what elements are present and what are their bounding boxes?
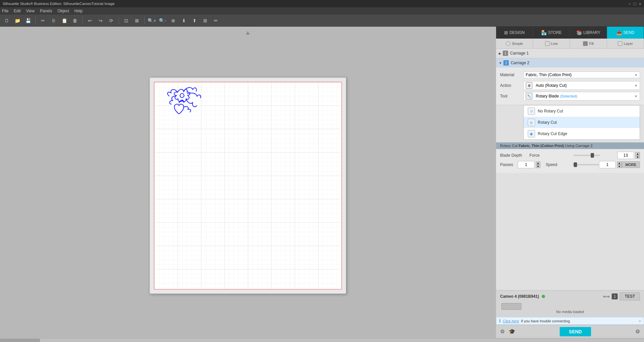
delete-button[interactable]: 🗑: [70, 16, 80, 25]
minimize-btn[interactable]: −: [628, 1, 631, 6]
speed-slider-thumb[interactable]: [574, 162, 577, 167]
zoom-in-button[interactable]: 🔍+: [147, 16, 157, 25]
subtab-layer[interactable]: Layer: [607, 39, 644, 48]
tab-store[interactable]: 🏪 STORE: [533, 27, 570, 39]
window-controls: − □ ×: [628, 1, 641, 6]
rotary-cut-edge-label: Rotary Cut Edge: [538, 131, 567, 136]
test-button[interactable]: TEST: [620, 292, 640, 300]
menu-help[interactable]: Help: [74, 9, 83, 13]
passes-input[interactable]: [518, 161, 534, 168]
carriage-1-expand-icon: ▶: [499, 52, 501, 55]
cut-button[interactable]: ✂: [38, 16, 48, 25]
material-row: Material Fabric, Thin (Cotton Print) ▼: [500, 70, 640, 80]
menu-bar: File Edit View Panels Object Help: [0, 7, 644, 15]
force-input[interactable]: [617, 152, 634, 159]
point-edit-button[interactable]: ✏: [211, 16, 221, 25]
action-label: Action: [500, 83, 523, 88]
material-value: Fabric, Thin (Cotton Print): [526, 73, 572, 77]
passes-down-btn[interactable]: ▼: [536, 165, 540, 168]
scroll-up-arrow[interactable]: ▲: [245, 29, 251, 36]
send-icon: 📤: [616, 30, 622, 35]
help-icon[interactable]: 🎓: [509, 328, 515, 335]
cutting-mat: [150, 78, 346, 294]
subtab-simple-label: Simple: [512, 42, 523, 46]
move-up-button[interactable]: ⬆: [190, 16, 199, 25]
canvas-area: ▲: [0, 27, 496, 338]
subtab-simple[interactable]: Simple: [496, 39, 533, 48]
tool-row: Tool 🔧 Rotary Blade (Detected) ▼: [500, 91, 640, 101]
tab-library[interactable]: 📚 LIBRARY: [570, 27, 607, 39]
info-link[interactable]: Click here: [503, 319, 519, 323]
force-slider-track[interactable]: [573, 155, 600, 156]
move-down-button[interactable]: ⬇: [179, 16, 189, 25]
carriage-indicator: 1: [612, 293, 618, 299]
no-media-label: No media loaded: [556, 310, 584, 314]
scrollbar-thumb[interactable]: [0, 339, 40, 342]
passes-label: Passes: [500, 162, 515, 167]
speed-input[interactable]: [599, 161, 616, 168]
tab-send[interactable]: 📤 SEND: [607, 27, 644, 39]
store-icon: 🏪: [541, 30, 547, 35]
sub-tabs: Simple Line Fill Layer: [496, 39, 644, 49]
select-all-button[interactable]: ⊡: [122, 16, 131, 25]
subtab-line[interactable]: Line: [533, 39, 570, 48]
toolbar-sep-3: [119, 17, 119, 24]
more-button[interactable]: MORE: [622, 161, 640, 168]
send-settings-icon[interactable]: ⚙: [500, 328, 505, 335]
menu-object[interactable]: Object: [58, 9, 69, 13]
subtab-fill[interactable]: Fill: [570, 39, 607, 48]
save-button[interactable]: 💾: [23, 16, 33, 25]
toolbar-sep-4: [144, 17, 145, 24]
menu-edit[interactable]: Edit: [14, 9, 21, 13]
menu-view[interactable]: View: [26, 9, 35, 13]
device-row: Cameo 4 (0881B941) ⟺ 1 TEST: [500, 292, 640, 300]
toolbar-sep-1: [35, 17, 36, 24]
dropdown-rotary-cut[interactable]: ◎ Rotary Cut: [524, 117, 640, 128]
force-slider-thumb[interactable]: [591, 153, 594, 158]
copy-button[interactable]: ⎘: [49, 16, 58, 25]
rotate-button[interactable]: ⟳: [107, 16, 116, 25]
deselect-button[interactable]: ⊠: [132, 16, 142, 25]
carriage-1-row[interactable]: ▶ 1 Carriage 1: [496, 49, 644, 58]
zoom-box-button[interactable]: ⊞: [201, 16, 210, 25]
passes-up-btn[interactable]: ▲: [536, 161, 540, 165]
grid-svg: [154, 82, 341, 289]
speed-down-btn[interactable]: ▼: [617, 165, 622, 168]
speed-label: Speed: [546, 162, 572, 167]
action-icons-group: ⚙ 🎓: [500, 328, 515, 335]
speed-up-btn[interactable]: ▲: [617, 161, 622, 165]
force-label: Force: [529, 153, 556, 158]
blade-depth-label: Blade Depth: [500, 153, 527, 158]
speed-slider-track[interactable]: [572, 164, 599, 165]
dropdown-no-rotary-cut[interactable]: ⊘ No Rotary Cut: [524, 105, 640, 117]
carriage-1-label: Carriage 1: [510, 51, 529, 56]
media-status: No media loaded: [500, 302, 640, 315]
force-up-btn[interactable]: ▲: [635, 152, 640, 155]
open-button[interactable]: 📁: [13, 16, 22, 25]
paste-button[interactable]: 📋: [60, 16, 69, 25]
send-button[interactable]: SEND: [560, 327, 591, 336]
action-bar: ⚙ 🎓 SEND ⚙: [496, 325, 644, 338]
maximize-btn[interactable]: □: [634, 1, 636, 6]
zoom-fit-button[interactable]: ⊕: [169, 16, 178, 25]
undo-button[interactable]: ↩: [85, 16, 95, 25]
close-btn[interactable]: ×: [639, 1, 641, 6]
dropdown-rotary-cut-edge[interactable]: ◉ Rotary Cut Edge: [524, 128, 640, 139]
force-down-btn[interactable]: ▼: [635, 155, 640, 159]
action-icon: ⚙: [526, 82, 532, 89]
tool-dropdown[interactable]: 🔧 Rotary Blade (Detected) ▼: [523, 92, 640, 100]
new-button[interactable]: 🗋: [2, 16, 11, 25]
material-dropdown[interactable]: Fabric, Thin (Cotton Print) ▼: [523, 72, 640, 78]
arrows-icon[interactable]: ⟺: [603, 294, 610, 299]
menu-file[interactable]: File: [2, 9, 8, 13]
gear-icon[interactable]: ⚙: [635, 328, 640, 335]
carriage-2-row[interactable]: ▼ 2 Carriage 2: [496, 58, 644, 68]
menu-panels[interactable]: Panels: [40, 9, 52, 13]
action-dropdown[interactable]: ⚙ Auto (Rotary Cut) ▼: [523, 81, 640, 90]
redo-button[interactable]: ↪: [96, 16, 105, 25]
close-info-btn[interactable]: ×: [639, 319, 641, 323]
bottom-scrollbar[interactable]: [0, 338, 644, 342]
subtab-line-label: Line: [551, 42, 558, 46]
tab-design[interactable]: ⊞ DESIGN: [496, 27, 533, 39]
zoom-out-button[interactable]: 🔍-: [158, 16, 167, 25]
